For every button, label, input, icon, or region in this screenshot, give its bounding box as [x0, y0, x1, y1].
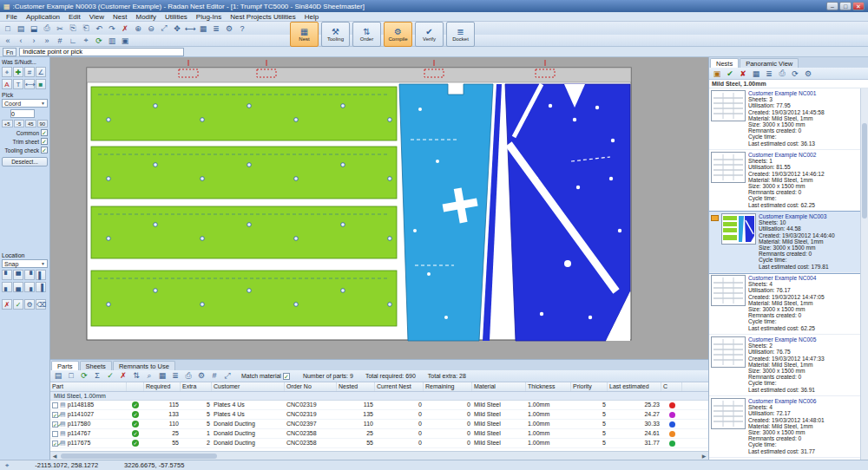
attribute-icon[interactable]: A [2, 79, 12, 89]
workflow-docket-button[interactable]: ≣Docket [446, 22, 475, 47]
workflow-nest-button[interactable]: ▦Nest [290, 22, 319, 47]
erase-icon[interactable]: ⌫ [36, 299, 46, 310]
nest-item-customer-example-nc001[interactable]: Customer Example NC001Sheets: 3Utilisati… [709, 88, 860, 150]
nest-canvas[interactable] [50, 57, 708, 359]
nest-item-customer-example-nc004[interactable]: Customer Example NC004Sheets: 4Utilisati… [709, 273, 860, 335]
table-row-p1141027[interactable]: ✓▤p1141027✓1335Plates 4 UsCNC0231913500M… [50, 410, 708, 420]
align-right-icon[interactable]: ▐ [36, 282, 46, 292]
menu-help[interactable]: Help [300, 13, 323, 21]
workflow-compile-button[interactable]: ⚙Compile [384, 22, 412, 47]
delete-icon[interactable]: ✗ [119, 23, 131, 34]
expand-icon[interactable]: ⤢ [221, 370, 233, 382]
grid-icon[interactable]: ▦ [197, 23, 209, 34]
align-bottom-right-icon[interactable]: ▗ [24, 282, 35, 292]
measure-icon[interactable]: ⟷ [184, 23, 196, 34]
accept-nest-icon[interactable]: ✔ [724, 69, 736, 79]
align-bottom-icon[interactable]: ▄ [13, 282, 23, 292]
menu-edit[interactable]: Edit [64, 13, 85, 21]
align-top-left-icon[interactable]: ▘ [2, 270, 12, 280]
columns-icon[interactable]: ▦ [156, 370, 168, 382]
column-header-nested[interactable]: Nested [337, 382, 375, 391]
minimize-button[interactable]: – [826, 2, 838, 10]
remove-part-icon[interactable]: ✗ [117, 370, 129, 382]
refresh-icon[interactable]: ⟳ [93, 36, 105, 46]
angle-button-90[interactable]: 90 [37, 120, 49, 127]
list-icon[interactable]: ≣ [169, 370, 181, 382]
snap-grid-icon[interactable]: # [54, 36, 66, 46]
tab-panoramic-view[interactable]: Panoramic View [740, 58, 799, 68]
snap-icon[interactable]: # [24, 67, 35, 77]
horizontal-scrollbar[interactable]: ◀ ▶ [50, 451, 708, 460]
delete-nest-icon[interactable]: ✘ [737, 69, 749, 79]
align-top-icon[interactable]: ▀ [13, 270, 23, 280]
copy-icon[interactable]: ⎘ [67, 23, 79, 34]
pan-icon[interactable]: ✥ [171, 23, 183, 34]
refresh-parts-icon[interactable]: ⟳ [78, 370, 90, 382]
redo-icon[interactable]: ↷ [106, 23, 118, 34]
zoom-in-icon[interactable]: ⊕ [132, 23, 144, 34]
ortho-icon[interactable]: ∟ [67, 36, 79, 46]
check-parts-icon[interactable]: ✓ [104, 370, 116, 382]
row-checkbox[interactable]: ✓ [52, 421, 58, 428]
table-row-p117580[interactable]: ✓▤p117580✓1105Donald DuctingCNC023971100… [50, 420, 708, 429]
angle-icon[interactable]: ∠ [36, 67, 46, 77]
layers-icon[interactable]: ≣ [210, 23, 222, 34]
print-nest-icon[interactable]: ⎙ [776, 68, 788, 79]
checkbox-row-trim-sheet[interactable]: Trim sheet [2, 138, 48, 145]
filter-icon[interactable]: # [208, 370, 220, 382]
column-header-order-no[interactable]: Order No [285, 382, 337, 391]
coord-input[interactable] [10, 109, 35, 118]
menu-modify[interactable]: Modify [131, 13, 161, 21]
menu-plug-ins[interactable]: Plug-Ins [192, 13, 226, 21]
maximize-button[interactable]: □ [839, 2, 852, 10]
table-row-p114767[interactable]: ▤p114767✓251Donald DuctingCNC023582500Mi… [50, 429, 708, 439]
first-nest-icon[interactable]: « [2, 36, 14, 46]
checkbox-trim-sheet[interactable] [41, 138, 48, 145]
nest-item-customer-example-nc006[interactable]: Customer Example NC006Sheets: 4Utilisati… [709, 396, 860, 458]
settings-icon[interactable]: ⚙ [223, 23, 235, 34]
checkbox-row-tooling-check[interactable]: Tooling check [2, 147, 48, 153]
checkbox-tooling-check[interactable] [41, 147, 48, 153]
column-header-last-estimated[interactable]: Last estimated [608, 382, 661, 391]
workflow-tooling-button[interactable]: ⚒Tooling [321, 22, 350, 47]
angle-button-45[interactable]: 45 [25, 120, 36, 127]
print-parts-icon[interactable]: ⎙ [182, 370, 194, 382]
checkbox-common[interactable] [41, 129, 48, 136]
column-header-priority[interactable]: Priority [571, 382, 608, 391]
workflow-order-button[interactable]: ⇅Order [352, 22, 381, 47]
row-checkbox[interactable] [52, 402, 58, 408]
undo-icon[interactable]: ↶ [93, 23, 105, 34]
coord-dropdown[interactable]: Coord ▼ [2, 99, 48, 108]
cut-icon[interactable]: ✂ [54, 23, 66, 34]
part-view-icon[interactable]: ▣ [119, 36, 131, 46]
sheet-view-icon[interactable]: ▥ [106, 36, 118, 46]
tab-nests[interactable]: Nests [710, 58, 739, 68]
part-blue[interactable] [505, 84, 630, 341]
prompt-input[interactable] [19, 48, 184, 56]
print-icon[interactable]: ⎙ [41, 23, 53, 34]
menu-utilities[interactable]: Utilities [161, 13, 192, 21]
angle-button-5[interactable]: +5 [2, 120, 13, 127]
snap-dropdown[interactable]: Snap ▼ [2, 259, 48, 268]
column-header-extra[interactable]: Extra [181, 382, 212, 391]
column-header-status[interactable] [127, 382, 144, 391]
part-green-4[interactable] [91, 271, 397, 326]
fill-colour-icon[interactable]: ■ [36, 79, 46, 89]
scroll-right-icon[interactable]: ▶ [700, 453, 708, 459]
row-checkbox[interactable] [52, 431, 58, 437]
menu-file[interactable]: File [2, 13, 22, 21]
row-checkbox[interactable]: ✓ [52, 412, 58, 418]
options-icon[interactable]: ⚙ [24, 299, 35, 310]
table-row-p117675[interactable]: ✓▤p117675✓552Donald DuctingCNC023585500M… [50, 439, 708, 448]
menu-nest[interactable]: Nest [108, 13, 131, 21]
menu-nest-projects-utilities[interactable]: Nest Projects Utilities [226, 13, 300, 21]
menu-view[interactable]: View [85, 13, 108, 21]
row-checkbox[interactable]: ✓ [52, 441, 58, 447]
nest-list-icon[interactable]: ≣ [763, 69, 775, 79]
accept-icon[interactable]: ✓ [13, 299, 23, 310]
open-nest-icon[interactable]: ▣ [711, 69, 723, 79]
nest-item-customer-example-nc002[interactable]: Customer Example NC002Sheets: 1Utilisati… [709, 150, 860, 212]
help-icon[interactable]: ? [236, 23, 248, 34]
refresh-nests-icon[interactable]: ⟳ [789, 69, 801, 79]
column-header-required[interactable]: Required [144, 382, 181, 391]
